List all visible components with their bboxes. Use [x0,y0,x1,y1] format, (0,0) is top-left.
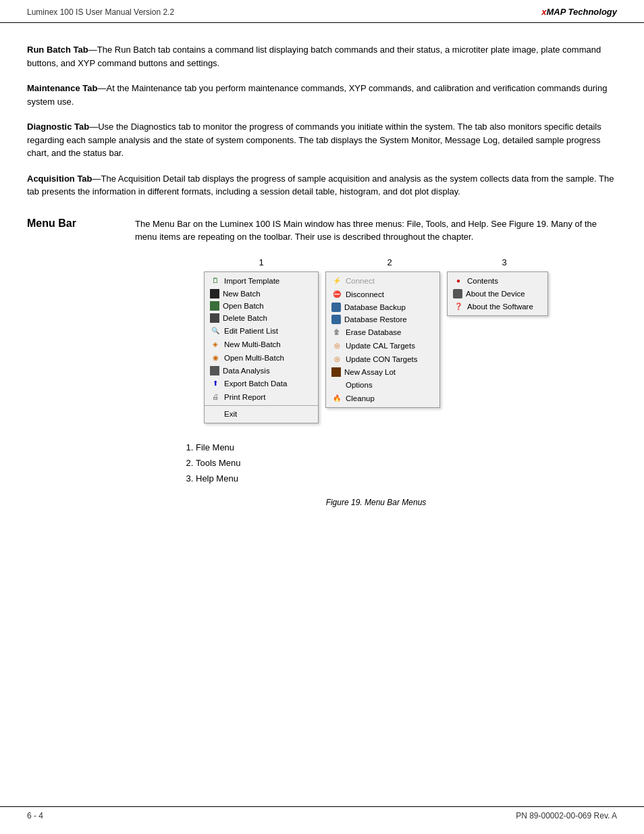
file-menu-item-new-batch-label: New Batch [223,290,261,298]
tools-menu-item-update-cal[interactable]: ◎ Update CAL Targets [326,339,439,353]
figure-legend: File Menu Tools Menu Help Menu [176,430,240,494]
cleanup-icon: 🔥 [331,393,342,404]
file-menu-item-exit-label: Exit [224,410,237,418]
tools-menu-item-db-backup-label: Database Backup [344,303,406,311]
file-menu-item-edit-patient-list[interactable]: 🔍 Edit Patient List [205,324,318,338]
file-menu-panel: 🗒 Import Template New Batch Open Batch [204,271,319,423]
acquisition-text: —The Acquisition Detail tab displays the… [27,174,614,197]
file-menu-separator [205,405,318,406]
file-menu-item-print-report[interactable]: 🖨 Print Report [205,390,318,404]
file-menu-item-exit[interactable]: Exit [205,407,318,421]
help-menu-item-contents-label: Contents [467,277,498,285]
menus-row: 🗒 Import Template New Batch Open Batch [135,271,617,423]
contents-icon: ● [453,276,464,286]
footer-left: 6 - 4 [27,811,43,820]
delete-batch-icon [210,313,219,323]
menu-bar-content: The Menu Bar on the Luminex 100 IS Main … [135,217,617,521]
tools-menu-item-cleanup-label: Cleanup [346,394,375,402]
maintenance-label: Maintenance Tab [27,83,98,93]
list-item-1: File Menu [196,440,240,455]
update-cal-icon: ◎ [331,340,342,351]
file-menu-item-export-batch-data[interactable]: ⬆ Export Batch Data [205,377,318,390]
tools-menu-item-connect-label: Connect [346,277,375,285]
file-menu-item-open-multi-batch[interactable]: ◉ Open Multi-Batch [205,351,318,365]
header-right: xMAP Technology [541,7,617,17]
tools-menu-item-erase-db-label: Erase Database [346,328,401,336]
help-menu-panel: ● Contents About the Device ❓ About the … [447,271,548,316]
page-content: Run Batch Tab—The Run Batch tab contains… [0,23,644,548]
file-menu-item-delete-batch[interactable]: Delete Batch [205,312,318,324]
help-menu-item-about-device[interactable]: About the Device [448,288,547,300]
options-icon [331,380,342,390]
run-batch-text: —The Run Batch tab contains a command li… [27,45,601,68]
menu-number-1: 1 [194,257,329,267]
number-3: 3 [502,257,506,267]
diagnostic-label: Diagnostic Tab [27,122,89,132]
header-x: x [541,7,546,17]
maintenance-para: Maintenance Tab—At the Maintenance tab y… [27,82,617,108]
run-batch-label: Run Batch Tab [27,45,88,55]
help-menu-item-about-software-label: About the Software [467,303,533,311]
tools-menu-item-new-assay[interactable]: New Assay Lot [326,366,439,378]
section-title-menu-bar: Menu Bar [27,217,76,229]
new-batch-icon [210,289,219,298]
list-item-3: Help Menu [196,471,240,486]
header-left: Luminex 100 IS User Manual Version 2.2 [27,7,174,17]
tools-menu-item-new-assay-label: New Assay Lot [344,368,396,376]
tools-menu-item-erase-db[interactable]: 🗑 Erase Database [326,325,439,339]
menu-number-2: 2 [329,257,450,267]
menu-bar-section: Menu Bar The Menu Bar on the Luminex 100… [27,217,617,521]
open-batch-icon [210,301,219,311]
file-menu-item-new-batch[interactable]: New Batch [205,288,318,300]
help-menu-item-about-device-label: About the Device [466,290,525,298]
menu-number-row: 1 2 3 [135,257,617,267]
page-footer: 6 - 4 PN 89-00002-00-069 Rev. A [0,806,644,820]
about-software-icon: ❓ [453,301,464,312]
number-1: 1 [259,257,263,267]
maintenance-text: —At the Maintenance tab you perform main… [27,83,607,107]
tools-menu-item-update-con-label: Update CON Targets [346,355,418,363]
menu-number-3: 3 [450,257,558,267]
tools-menu-panel: ⚡ Connect ⛔ Disconnect Database Backup [325,271,440,408]
erase-db-icon: 🗑 [331,327,342,338]
update-con-icon: ◎ [331,354,342,365]
tools-menu-item-update-con[interactable]: ◎ Update CON Targets [326,353,439,366]
menu-bar-intro: The Menu Bar on the Luminex 100 IS Main … [135,217,617,244]
new-assay-icon [331,367,341,377]
tools-menu-item-cleanup[interactable]: 🔥 Cleanup [326,392,439,405]
list-item-2: Tools Menu [196,455,240,471]
footer-right: PN 89-00002-00-069 Rev. A [516,811,617,820]
file-menu-item-data-analysis[interactable]: Data Analysis [205,365,318,377]
file-menu-item-edit-patient-label: Edit Patient List [224,327,278,335]
print-report-icon: 🖨 [210,392,221,402]
db-restore-icon [331,315,341,324]
list-item-3-label: Help Menu [196,473,238,484]
tools-menu-item-options[interactable]: Options [326,378,439,392]
acquisition-para: Acquisition Tab—The Acquisition Detail t… [27,172,617,199]
main-content: Run Batch Tab—The Run Batch tab contains… [27,43,617,521]
tools-menu-item-disconnect[interactable]: ⛔ Disconnect [326,288,439,301]
file-menu-item-import-template-label: Import Template [224,277,279,285]
new-multi-batch-icon: ◈ [210,339,221,350]
run-batch-para: Run Batch Tab—The Run Batch tab contains… [27,43,617,70]
list-item-1-label: File Menu [196,442,234,452]
exit-icon [210,409,221,419]
file-menu-item-open-multi-batch-label: Open Multi-Batch [224,354,284,362]
file-menu-item-import-template[interactable]: 🗒 Import Template [205,274,318,288]
tools-menu-item-db-restore-label: Database Restore [344,315,407,323]
tools-menu-item-options-label: Options [346,381,373,389]
file-menu-item-open-batch[interactable]: Open Batch [205,300,318,312]
file-menu-item-new-multi-batch[interactable]: ◈ New Multi-Batch [205,338,318,351]
about-device-icon [453,289,462,298]
file-menu-item-new-multi-batch-label: New Multi-Batch [224,340,281,348]
list-item-2-label: Tools Menu [196,458,240,468]
page-header: Luminex 100 IS User Manual Version 2.2 x… [0,0,644,23]
tools-menu-item-db-backup[interactable]: Database Backup [326,301,439,313]
tools-menu-item-db-restore[interactable]: Database Restore [326,313,439,325]
tools-menu-item-connect[interactable]: ⚡ Connect [326,274,439,288]
help-menu-item-about-software[interactable]: ❓ About the Software [448,300,547,313]
file-menu-item-data-analysis-label: Data Analysis [223,367,270,375]
figure-caption: Figure 19. Menu Bar Menus [326,498,427,507]
file-menu-item-delete-batch-label: Delete Batch [223,314,267,322]
help-menu-item-contents[interactable]: ● Contents [448,274,547,288]
